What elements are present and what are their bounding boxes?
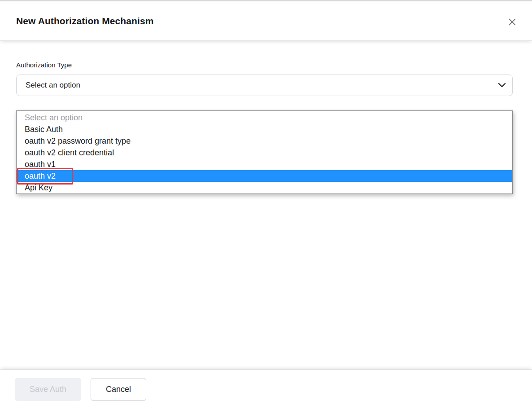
dropdown-option-oauth-v1[interactable]: oauth v1 (17, 158, 512, 170)
authorization-type-select[interactable]: Select an option (16, 75, 513, 96)
dropdown-option-placeholder[interactable]: Select an option (17, 112, 512, 123)
authorization-type-dropdown: Select an option Basic Auth oauth v2 pas… (16, 110, 513, 194)
dropdown-option-basic-auth[interactable]: Basic Auth (17, 123, 512, 135)
dialog-title: New Authorization Mechanism (16, 16, 153, 26)
close-icon (507, 17, 517, 28)
dropdown-option-api-key[interactable]: Api Key (17, 182, 512, 194)
dialog-footer: Save Auth Cancel (0, 369, 532, 409)
dropdown-option-oauth-v2-client-credential[interactable]: oauth v2 client credential (17, 147, 512, 158)
dropdown-option-oauth-v2[interactable]: oauth v2 (17, 170, 512, 182)
select-value: Select an option (26, 81, 80, 90)
dialog-header: New Authorization Mechanism (0, 1, 532, 41)
new-authorization-dialog: New Authorization Mechanism Authorizatio… (0, 0, 532, 409)
save-auth-button[interactable]: Save Auth (15, 378, 81, 401)
cancel-button[interactable]: Cancel (91, 378, 146, 401)
dialog-body: Authorization Type Select an option Sele… (0, 41, 532, 369)
chevron-down-icon (498, 83, 506, 88)
close-button[interactable] (507, 17, 518, 28)
dropdown-option-oauth-v2-password-grant-type[interactable]: oauth v2 password grant type (17, 135, 512, 147)
authorization-type-label: Authorization Type (16, 61, 513, 69)
